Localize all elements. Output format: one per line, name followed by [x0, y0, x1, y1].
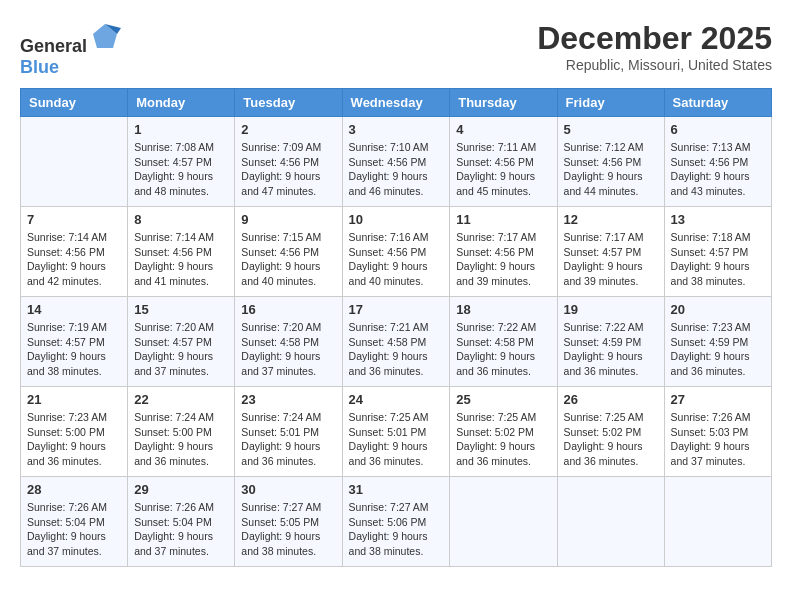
logo: General Blue [20, 20, 121, 78]
day-info: Sunrise: 7:21 AM Sunset: 4:58 PM Dayligh… [349, 320, 444, 379]
day-number: 10 [349, 212, 444, 227]
day-info: Sunrise: 7:11 AM Sunset: 4:56 PM Dayligh… [456, 140, 550, 199]
day-info: Sunrise: 7:25 AM Sunset: 5:01 PM Dayligh… [349, 410, 444, 469]
day-info: Sunrise: 7:27 AM Sunset: 5:06 PM Dayligh… [349, 500, 444, 559]
calendar-table: SundayMondayTuesdayWednesdayThursdayFrid… [20, 88, 772, 567]
calendar-week-row: 7Sunrise: 7:14 AM Sunset: 4:56 PM Daylig… [21, 207, 772, 297]
calendar-day-cell [21, 117, 128, 207]
day-number: 28 [27, 482, 121, 497]
day-number: 26 [564, 392, 658, 407]
day-number: 27 [671, 392, 765, 407]
title-area: December 2025 Republic, Missouri, United… [537, 20, 772, 73]
day-info: Sunrise: 7:15 AM Sunset: 4:56 PM Dayligh… [241, 230, 335, 289]
day-info: Sunrise: 7:25 AM Sunset: 5:02 PM Dayligh… [564, 410, 658, 469]
day-number: 31 [349, 482, 444, 497]
day-info: Sunrise: 7:14 AM Sunset: 4:56 PM Dayligh… [134, 230, 228, 289]
calendar-day-cell: 29Sunrise: 7:26 AM Sunset: 5:04 PM Dayli… [128, 477, 235, 567]
day-info: Sunrise: 7:27 AM Sunset: 5:05 PM Dayligh… [241, 500, 335, 559]
day-info: Sunrise: 7:26 AM Sunset: 5:03 PM Dayligh… [671, 410, 765, 469]
day-number: 12 [564, 212, 658, 227]
day-info: Sunrise: 7:12 AM Sunset: 4:56 PM Dayligh… [564, 140, 658, 199]
day-number: 16 [241, 302, 335, 317]
calendar-day-cell: 24Sunrise: 7:25 AM Sunset: 5:01 PM Dayli… [342, 387, 450, 477]
calendar-day-header: Wednesday [342, 89, 450, 117]
logo-blue-text: Blue [20, 57, 59, 77]
day-info: Sunrise: 7:08 AM Sunset: 4:57 PM Dayligh… [134, 140, 228, 199]
day-info: Sunrise: 7:18 AM Sunset: 4:57 PM Dayligh… [671, 230, 765, 289]
calendar-day-cell: 14Sunrise: 7:19 AM Sunset: 4:57 PM Dayli… [21, 297, 128, 387]
calendar-day-header: Tuesday [235, 89, 342, 117]
day-number: 9 [241, 212, 335, 227]
calendar-day-cell: 16Sunrise: 7:20 AM Sunset: 4:58 PM Dayli… [235, 297, 342, 387]
day-number: 4 [456, 122, 550, 137]
calendar-day-cell: 25Sunrise: 7:25 AM Sunset: 5:02 PM Dayli… [450, 387, 557, 477]
calendar-day-cell: 5Sunrise: 7:12 AM Sunset: 4:56 PM Daylig… [557, 117, 664, 207]
calendar-day-cell: 15Sunrise: 7:20 AM Sunset: 4:57 PM Dayli… [128, 297, 235, 387]
day-number: 2 [241, 122, 335, 137]
day-number: 6 [671, 122, 765, 137]
calendar-week-row: 21Sunrise: 7:23 AM Sunset: 5:00 PM Dayli… [21, 387, 772, 477]
calendar-week-row: 1Sunrise: 7:08 AM Sunset: 4:57 PM Daylig… [21, 117, 772, 207]
calendar-day-cell: 23Sunrise: 7:24 AM Sunset: 5:01 PM Dayli… [235, 387, 342, 477]
logo-general-text: General [20, 36, 87, 56]
calendar-week-row: 28Sunrise: 7:26 AM Sunset: 5:04 PM Dayli… [21, 477, 772, 567]
page-title: December 2025 [537, 20, 772, 57]
day-number: 25 [456, 392, 550, 407]
calendar-day-cell: 12Sunrise: 7:17 AM Sunset: 4:57 PM Dayli… [557, 207, 664, 297]
calendar-day-cell: 7Sunrise: 7:14 AM Sunset: 4:56 PM Daylig… [21, 207, 128, 297]
day-info: Sunrise: 7:17 AM Sunset: 4:56 PM Dayligh… [456, 230, 550, 289]
calendar-day-cell: 18Sunrise: 7:22 AM Sunset: 4:58 PM Dayli… [450, 297, 557, 387]
calendar-day-cell: 4Sunrise: 7:11 AM Sunset: 4:56 PM Daylig… [450, 117, 557, 207]
calendar-day-cell: 28Sunrise: 7:26 AM Sunset: 5:04 PM Dayli… [21, 477, 128, 567]
day-number: 29 [134, 482, 228, 497]
day-info: Sunrise: 7:22 AM Sunset: 4:59 PM Dayligh… [564, 320, 658, 379]
day-number: 1 [134, 122, 228, 137]
calendar-day-cell: 2Sunrise: 7:09 AM Sunset: 4:56 PM Daylig… [235, 117, 342, 207]
day-number: 11 [456, 212, 550, 227]
day-info: Sunrise: 7:20 AM Sunset: 4:57 PM Dayligh… [134, 320, 228, 379]
calendar-day-cell: 30Sunrise: 7:27 AM Sunset: 5:05 PM Dayli… [235, 477, 342, 567]
calendar-day-cell: 1Sunrise: 7:08 AM Sunset: 4:57 PM Daylig… [128, 117, 235, 207]
day-number: 18 [456, 302, 550, 317]
calendar-day-cell: 31Sunrise: 7:27 AM Sunset: 5:06 PM Dayli… [342, 477, 450, 567]
day-info: Sunrise: 7:23 AM Sunset: 5:00 PM Dayligh… [27, 410, 121, 469]
day-info: Sunrise: 7:24 AM Sunset: 5:01 PM Dayligh… [241, 410, 335, 469]
calendar-day-cell: 19Sunrise: 7:22 AM Sunset: 4:59 PM Dayli… [557, 297, 664, 387]
calendar-day-header: Friday [557, 89, 664, 117]
day-info: Sunrise: 7:26 AM Sunset: 5:04 PM Dayligh… [134, 500, 228, 559]
day-number: 20 [671, 302, 765, 317]
calendar-day-cell: 6Sunrise: 7:13 AM Sunset: 4:56 PM Daylig… [664, 117, 771, 207]
day-info: Sunrise: 7:26 AM Sunset: 5:04 PM Dayligh… [27, 500, 121, 559]
day-info: Sunrise: 7:22 AM Sunset: 4:58 PM Dayligh… [456, 320, 550, 379]
day-number: 14 [27, 302, 121, 317]
calendar-day-cell: 22Sunrise: 7:24 AM Sunset: 5:00 PM Dayli… [128, 387, 235, 477]
day-info: Sunrise: 7:10 AM Sunset: 4:56 PM Dayligh… [349, 140, 444, 199]
day-number: 21 [27, 392, 121, 407]
day-info: Sunrise: 7:25 AM Sunset: 5:02 PM Dayligh… [456, 410, 550, 469]
day-number: 24 [349, 392, 444, 407]
calendar-day-cell: 27Sunrise: 7:26 AM Sunset: 5:03 PM Dayli… [664, 387, 771, 477]
calendar-day-cell: 20Sunrise: 7:23 AM Sunset: 4:59 PM Dayli… [664, 297, 771, 387]
calendar-day-header: Saturday [664, 89, 771, 117]
day-number: 5 [564, 122, 658, 137]
day-info: Sunrise: 7:24 AM Sunset: 5:00 PM Dayligh… [134, 410, 228, 469]
day-number: 19 [564, 302, 658, 317]
day-number: 30 [241, 482, 335, 497]
day-info: Sunrise: 7:13 AM Sunset: 4:56 PM Dayligh… [671, 140, 765, 199]
day-number: 17 [349, 302, 444, 317]
calendar-day-cell: 8Sunrise: 7:14 AM Sunset: 4:56 PM Daylig… [128, 207, 235, 297]
calendar-header-row: SundayMondayTuesdayWednesdayThursdayFrid… [21, 89, 772, 117]
day-number: 7 [27, 212, 121, 227]
calendar-day-cell [450, 477, 557, 567]
calendar-day-cell: 26Sunrise: 7:25 AM Sunset: 5:02 PM Dayli… [557, 387, 664, 477]
day-info: Sunrise: 7:14 AM Sunset: 4:56 PM Dayligh… [27, 230, 121, 289]
calendar-day-header: Monday [128, 89, 235, 117]
day-info: Sunrise: 7:23 AM Sunset: 4:59 PM Dayligh… [671, 320, 765, 379]
logo-icon [89, 20, 121, 52]
day-number: 8 [134, 212, 228, 227]
calendar-day-cell: 9Sunrise: 7:15 AM Sunset: 4:56 PM Daylig… [235, 207, 342, 297]
calendar-day-cell [664, 477, 771, 567]
day-info: Sunrise: 7:17 AM Sunset: 4:57 PM Dayligh… [564, 230, 658, 289]
day-number: 22 [134, 392, 228, 407]
day-info: Sunrise: 7:16 AM Sunset: 4:56 PM Dayligh… [349, 230, 444, 289]
